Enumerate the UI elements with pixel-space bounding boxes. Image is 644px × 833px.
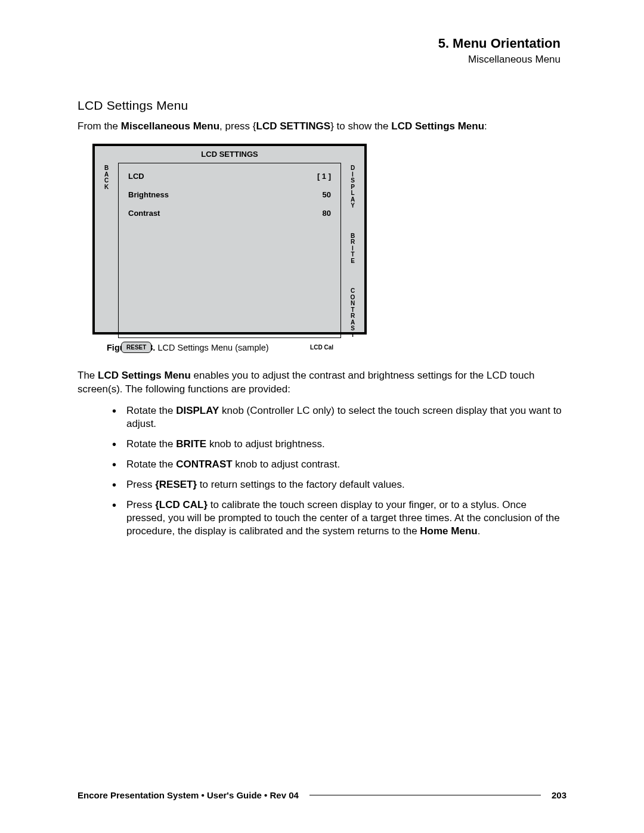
lcd-row: LCD [ 1 ]: [128, 172, 331, 181]
text: Rotate the: [126, 405, 176, 416]
text-bold: LCD SETTINGS: [256, 120, 331, 132]
text: From the: [78, 120, 121, 132]
lcd-row-label: LCD: [128, 172, 144, 181]
intro-paragraph: From the Miscellaneous Menu, press {LCD …: [78, 120, 566, 133]
text-bold: Miscellaneous Menu: [121, 120, 219, 132]
footer-text: Encore Presentation System • User's Guid…: [78, 790, 299, 800]
text: } to show the: [330, 120, 391, 132]
brite-knob-label[interactable]: B R I T E: [341, 233, 364, 265]
text-bold: Home Menu: [420, 525, 477, 537]
display-knob-label[interactable]: D I S P L A Y: [341, 165, 364, 209]
lcd-bottom-row: RESET LCD Cal: [95, 338, 364, 360]
text: knob to adjust brightness.: [206, 438, 324, 450]
contrast-knob-label[interactable]: C O N T R A S T: [341, 288, 364, 338]
back-button[interactable]: B A C K: [103, 165, 110, 190]
list-item: Rotate the CONTRAST knob to adjust contr…: [112, 458, 566, 471]
lcd-body: LCD [ 1 ] Brightness 50 Contrast 80: [119, 163, 340, 338]
text: knob to adjust contrast.: [233, 459, 340, 470]
text-bold: {RESET}: [155, 479, 197, 490]
list-item: Press {RESET} to return settings to the …: [112, 478, 566, 491]
page-footer: Encore Presentation System • User's Guid…: [78, 790, 566, 800]
text: Rotate the: [126, 459, 176, 470]
text: to return settings to the factory defaul…: [197, 479, 405, 490]
lcd-row-value: 50: [323, 190, 331, 199]
text: Press: [126, 499, 155, 510]
lcd-panel: LCD SETTINGS B A C K LCD [ 1 ] Brightnes…: [92, 144, 367, 335]
lcd-panel-title: LCD SETTINGS: [95, 146, 364, 163]
footer-rule: [309, 795, 541, 795]
chapter-title: 5. Menu Orientation: [78, 36, 561, 51]
list-item: Press {LCD CAL} to calibrate the touch s…: [112, 498, 566, 538]
text-bold: BRITE: [176, 438, 206, 450]
lcd-left-column: B A C K: [95, 163, 119, 338]
lcd-row: Contrast 80: [128, 209, 331, 218]
page-number: 203: [552, 790, 566, 800]
lcd-right-column: D I S P L A Y B R I T E C O N T R A S T: [340, 163, 364, 338]
reset-button[interactable]: RESET: [121, 342, 151, 353]
text-bold: CONTRAST: [176, 459, 232, 470]
lcd-row-value: [ 1 ]: [317, 172, 331, 181]
text: Rotate the: [126, 438, 176, 450]
lcd-row-label: Contrast: [128, 209, 160, 218]
text: , press {: [219, 120, 256, 132]
page-header: 5. Menu Orientation Miscellaneous Menu: [78, 36, 561, 66]
list-item: Rotate the DISPLAY knob (Controller LC o…: [112, 404, 566, 431]
section-title: LCD Settings Menu: [78, 98, 566, 113]
text-bold: LCD Settings Menu: [391, 120, 484, 132]
list-item: Rotate the BRITE knob to adjust brightne…: [112, 438, 566, 451]
lcd-cal-button[interactable]: LCD Cal: [305, 342, 338, 352]
lcd-row-label: Brightness: [128, 190, 169, 199]
text: Press: [126, 479, 155, 490]
text: .: [478, 525, 481, 537]
lcd-figure: LCD SETTINGS B A C K LCD [ 1 ] Brightnes…: [92, 144, 566, 352]
text-bold: LCD Settings Menu: [98, 370, 191, 381]
text-bold: {LCD CAL}: [155, 499, 208, 510]
description-paragraph: The LCD Settings Menu enables you to adj…: [78, 369, 566, 395]
breadcrumb: Miscellaneous Menu: [78, 54, 561, 66]
text: :: [484, 120, 487, 132]
bullet-list: Rotate the DISPLAY knob (Controller LC o…: [112, 404, 566, 538]
lcd-row-value: 80: [323, 209, 331, 218]
text-bold: DISPLAY: [176, 405, 219, 416]
text: The: [78, 370, 98, 381]
lcd-row: Brightness 50: [128, 190, 331, 199]
